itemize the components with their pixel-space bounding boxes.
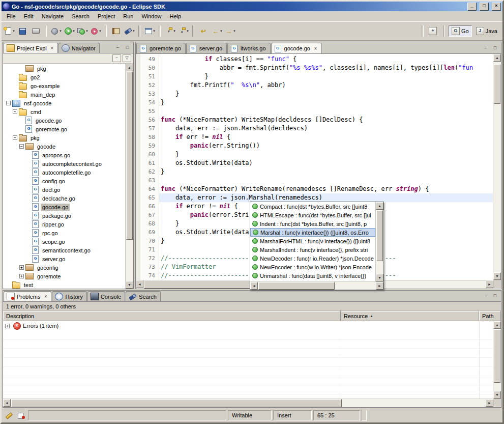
tab-search[interactable]: Search — [126, 291, 161, 301]
perspective-java[interactable]: JJava — [473, 25, 500, 37]
scroll-thumb[interactable] — [494, 329, 500, 383]
tree-item-ripper-go[interactable]: ripper.go — [3, 220, 125, 229]
previous-annotation-button[interactable]: ▾ — [176, 25, 190, 37]
close-icon[interactable]: × — [49, 45, 55, 51]
tab-problems[interactable]: Problems× — [4, 291, 51, 301]
dropdown-arrow-icon[interactable]: ▾ — [173, 29, 175, 33]
open-perspective-button[interactable]: + — [426, 25, 439, 37]
scroll-left-icon[interactable]: ◄ — [136, 280, 143, 288]
expand-icon[interactable]: + — [5, 324, 10, 328]
completion-item[interactable]: HTMLEscape : func(dst *bytes.Buffer, src… — [250, 211, 375, 219]
new-wizard-button[interactable]: ▾ — [3, 25, 16, 37]
editor-tab-goremote-go[interactable]: goremote.go — [136, 43, 186, 53]
dropdown-arrow-icon[interactable]: ▾ — [220, 29, 222, 33]
tab-history[interactable]: History — [52, 291, 86, 301]
scroll-left-icon[interactable]: ◄ — [3, 399, 11, 407]
maximize-view-icon[interactable]: □ — [491, 293, 499, 300]
tab-project-explorer[interactable]: Project Expl× — [4, 43, 58, 53]
maximize-button[interactable]: □ — [480, 3, 489, 11]
scroll-right-icon[interactable]: ► — [376, 282, 383, 290]
completion-item[interactable]: Indent : func(dst *bytes.Buffer, src []u… — [250, 219, 375, 228]
tree-item-gocode-go[interactable]: gocode.go — [3, 116, 125, 125]
problem-row[interactable]: +Errors (1 item) — [3, 321, 493, 330]
scroll-thumb[interactable] — [258, 282, 335, 290]
scroll-thumb[interactable] — [126, 72, 133, 240]
column-header-description[interactable]: Description — [3, 311, 341, 321]
scroll-thumb[interactable] — [494, 64, 500, 104]
scroll-right-icon[interactable]: ► — [486, 399, 493, 407]
tree-item-decl-go[interactable]: decl.go — [3, 185, 125, 194]
maximize-view-icon[interactable]: □ — [491, 45, 499, 52]
tree-item-go2[interactable]: go2 — [3, 73, 125, 81]
scroll-down-icon[interactable]: ▼ — [493, 391, 501, 399]
tree-item-nsf-gocode[interactable]: −nsf-gocode — [3, 99, 125, 107]
menu-edit[interactable]: Edit — [20, 12, 38, 21]
external-tools-button[interactable]: ▾ — [89, 25, 102, 37]
tree-item-go-example[interactable]: go-example — [3, 81, 125, 90]
dropdown-arrow-icon[interactable]: ▾ — [233, 29, 235, 33]
menu-run[interactable]: Run — [119, 12, 137, 21]
tree-item-server-go[interactable]: server.go — [3, 255, 125, 263]
tree-item-pkg[interactable]: pkg — [3, 64, 125, 73]
close-icon[interactable]: × — [43, 294, 48, 299]
minimize-button[interactable]: _ — [467, 3, 477, 11]
tree-item-scope-go[interactable]: scope.go — [3, 237, 125, 246]
statusbar-pencil-icon[interactable] — [4, 410, 14, 420]
minimize-view-icon[interactable]: – — [113, 44, 122, 52]
completion-item[interactable]: MarshalForHTML : func(v interface{}) ([]… — [250, 237, 375, 245]
menu-search[interactable]: Search — [68, 12, 94, 21]
dropdown-arrow-icon[interactable]: ▾ — [133, 29, 135, 33]
tab-navigator[interactable]: Navigator — [58, 43, 100, 53]
tree-item-gocode[interactable]: −gocode — [3, 142, 125, 151]
tree-item-goremote[interactable]: +goremote — [3, 272, 125, 280]
menu-project[interactable]: Project — [94, 12, 119, 21]
statusbar-badge-icon[interactable] — [16, 410, 26, 420]
dropdown-arrow-icon[interactable]: ▾ — [153, 29, 155, 33]
tree-item-gocode-go[interactable]: gocode.go — [3, 203, 125, 211]
scroll-left-icon[interactable]: ◄ — [250, 282, 258, 290]
column-header-path[interactable]: Path — [479, 311, 501, 321]
open-resource-button[interactable] — [109, 25, 123, 37]
tree-item-autocompletefile-go[interactable]: autocompletefile.go — [3, 168, 125, 177]
print-button[interactable] — [29, 25, 42, 37]
dropdown-arrow-icon[interactable]: ▾ — [73, 29, 75, 33]
tab-console[interactable]: Console — [87, 291, 125, 301]
search-button[interactable]: ▾ — [123, 25, 136, 37]
completion-item[interactable]: Compact : func(dst *bytes.Buffer, src []… — [250, 202, 375, 211]
tree-item-declcache-go[interactable]: declcache.go — [3, 194, 125, 203]
completion-item[interactable]: MarshalIndent : func(v interface{}, pref… — [250, 245, 375, 254]
collapse-all-icon[interactable]: − — [112, 54, 121, 62]
dropdown-arrow-icon[interactable]: ▾ — [187, 29, 189, 33]
save-button[interactable] — [16, 25, 29, 37]
project-tree[interactable]: pkggo2go-examplemain_dep−nsf-gocode−cmdg… — [3, 64, 125, 289]
completion-item[interactable]: NewDecoder : func(r io.Reader) *json.Dec… — [250, 254, 375, 263]
expand-icon[interactable]: + — [19, 265, 24, 270]
expand-icon[interactable]: − — [6, 101, 11, 105]
scroll-down-icon[interactable]: ▼ — [126, 281, 133, 289]
scroll-thumb[interactable] — [11, 399, 342, 407]
tree-item-rpc-go[interactable]: rpc.go — [3, 229, 125, 237]
open-type-button[interactable]: ▾ — [143, 25, 156, 37]
close-button[interactable]: × — [492, 3, 501, 11]
dropdown-arrow-icon[interactable]: ▾ — [86, 29, 88, 33]
menu-help[interactable]: Help — [166, 12, 186, 21]
minimize-view-icon[interactable]: – — [481, 293, 490, 300]
completion-item[interactable]: NewEncoder : func(w io.Writer) *json.Enc… — [250, 263, 375, 271]
scroll-thumb[interactable] — [376, 210, 383, 261]
scroll-up-icon[interactable]: ▲ — [493, 321, 501, 329]
tree-item-apropos-go[interactable]: apropos.go — [3, 151, 125, 159]
view-menu-icon[interactable]: ▽ — [123, 54, 131, 62]
scroll-down-icon[interactable]: ▼ — [376, 274, 383, 281]
editor-tab-server-go[interactable]: server.go — [186, 43, 227, 53]
scroll-up-icon[interactable]: ▲ — [376, 202, 383, 210]
expand-icon[interactable]: − — [13, 109, 17, 114]
forward-button[interactable]: ▾ — [223, 25, 236, 37]
column-header-resource[interactable]: Resource▲ — [341, 311, 479, 321]
scroll-right-icon[interactable]: ► — [486, 280, 493, 288]
tree-item-config-go[interactable]: config.go — [3, 177, 125, 185]
editor-tab-gocode-go[interactable]: gocode.go× — [271, 43, 322, 53]
tree-item-package-go[interactable]: package.go — [3, 211, 125, 220]
maximize-view-icon[interactable]: □ — [123, 44, 132, 52]
tree-item-cmd[interactable]: −cmd — [3, 107, 125, 116]
editor-tab-itworks-go[interactable]: itworks.go — [227, 43, 271, 53]
